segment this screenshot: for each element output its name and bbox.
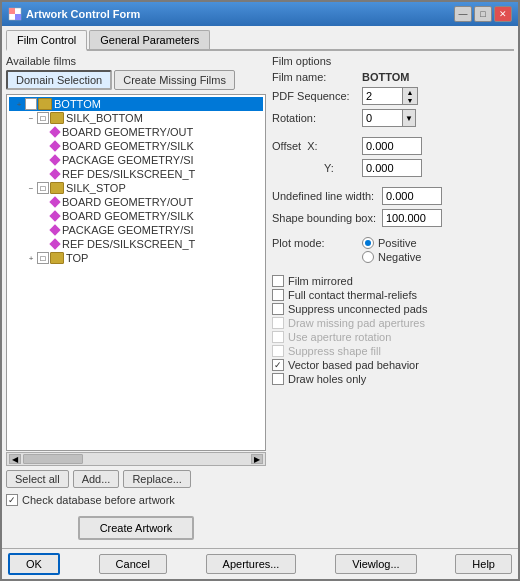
horizontal-scrollbar[interactable]: ◀ ▶ [6,452,266,466]
scroll-left-btn[interactable]: ◀ [9,454,21,464]
offset-x-row: Offset X: [272,137,514,155]
tree-item-bottom[interactable]: + BOTTOM [9,97,263,111]
tree-label-top: TOP [66,252,88,264]
draw-holes-checkbox[interactable] [272,373,284,385]
pdf-sequence-down[interactable]: ▼ [403,96,417,104]
tree-item-board-geo-silk2[interactable]: BOARD GEOMETRY/SILK [9,209,263,223]
title-bar: Artwork Control Form — □ ✕ [2,2,518,26]
tree-label-ref-des2: REF DES/SILKSCREEN_T [62,238,195,250]
tree-view[interactable]: + BOTTOM − □ SILK_BOTTOM [6,94,266,451]
select-all-button[interactable]: Select all [6,470,69,488]
tree-item-pkg-geo1[interactable]: PACKAGE GEOMETRY/SI [9,153,263,167]
right-panel: Film options Film name: BOTTOM PDF Seque… [272,55,514,540]
tree-item-board-geo-out1[interactable]: BOARD GEOMETRY/OUT [9,125,263,139]
undefined-line-input[interactable] [382,187,442,205]
folder-icon-silk-bottom [50,112,64,124]
tree-label-silk-stop: SILK_STOP [66,182,126,194]
use-aperture-label: Use aperture rotation [288,331,391,343]
maximize-button[interactable]: □ [474,6,492,22]
use-aperture-row: Use aperture rotation [272,331,514,343]
replace-button[interactable]: Replace... [123,470,191,488]
rotation-dropdown-btn[interactable]: ▼ [402,109,416,127]
tree-item-board-geo-out2[interactable]: BOARD GEOMETRY/OUT [9,195,263,209]
checkbox-bottom [25,98,37,110]
diamond-icon4 [49,168,60,179]
pdf-sequence-spinner[interactable]: ▲ ▼ [362,87,418,105]
full-contact-checkbox[interactable] [272,289,284,301]
add-button[interactable]: Add... [73,470,120,488]
tree-label-pkg-geo2: PACKAGE GEOMETRY/SI [62,224,194,236]
tree-item-silk-bottom[interactable]: − □ SILK_BOTTOM [9,111,263,125]
check-database-label: Check database before artwork [22,494,175,506]
shape-bounding-row: Shape bounding box: [272,209,514,227]
offset-label: Offset X: [272,140,362,152]
tab-general-parameters[interactable]: General Parameters [89,30,210,49]
scrollbar-thumb[interactable] [23,454,83,464]
tree-item-silk-stop[interactable]: − □ SILK_STOP [9,181,263,195]
plot-negative-radio[interactable] [362,251,374,263]
scroll-right-btn[interactable]: ▶ [251,454,263,464]
tree-label-silk-bottom: SILK_BOTTOM [66,112,143,124]
draw-missing-checkbox [272,317,284,329]
svg-rect-1 [9,8,15,14]
help-button[interactable]: Help [455,554,512,574]
domain-selection-button[interactable]: Domain Selection [6,70,112,90]
vector-based-checkbox[interactable]: ✓ [272,359,284,371]
draw-holes-row: Draw holes only [272,373,514,385]
viewlog-button[interactable]: Viewlog... [335,554,417,574]
diamond-icon1 [49,126,60,137]
cancel-button[interactable]: Cancel [99,554,167,574]
tree-label-board-silk1: BOARD GEOMETRY/SILK [62,140,194,152]
checkbox-silk-bottom: □ [37,112,49,124]
close-button[interactable]: ✕ [494,6,512,22]
rotation-input[interactable] [362,109,402,127]
full-contact-row: Full contact thermal-reliefs [272,289,514,301]
rotation-row: Rotation: ▼ [272,109,514,127]
pdf-sequence-input[interactable] [362,87,402,105]
available-films-label: Available films [6,55,266,67]
expand-icon: + [13,98,25,110]
minimize-button[interactable]: — [454,6,472,22]
plot-mode-options: Positive Negative [362,237,421,265]
diamond-icon6 [49,210,60,221]
undefined-line-label: Undefined line width: [272,190,382,202]
tree-label-ref-des1: REF DES/SILKSCREEN_T [62,168,195,180]
tree-item-ref-des1[interactable]: REF DES/SILKSCREEN_T [9,167,263,181]
folder-icon-silk-stop [50,182,64,194]
checkbox-top: □ [37,252,49,264]
bottom-bar: OK Cancel Apertures... Viewlog... Help [2,548,518,579]
diamond-icon8 [49,238,60,249]
plot-positive-radio[interactable] [362,237,374,249]
tree-label-bottom: BOTTOM [54,98,101,110]
offset-y-input[interactable] [362,159,422,177]
plot-mode-row: Plot mode: Positive Negative [272,237,514,265]
pdf-sequence-up[interactable]: ▲ [403,88,417,96]
spacer2 [37,140,49,152]
shape-bounding-input[interactable] [382,209,442,227]
ok-button[interactable]: OK [8,553,60,575]
expand-icon-top: + [25,252,37,264]
tab-film-control[interactable]: Film Control [6,30,87,51]
spacer8 [37,238,49,250]
film-mirrored-checkbox[interactable] [272,275,284,287]
tree-item-board-geo-silk1[interactable]: BOARD GEOMETRY/SILK [9,139,263,153]
pdf-sequence-row: PDF Sequence: ▲ ▼ [272,87,514,105]
suppress-unconnected-checkbox[interactable] [272,303,284,315]
create-missing-films-button[interactable]: Create Missing Films [114,70,235,90]
suppress-shape-row: Suppress shape fill [272,345,514,357]
tree-item-ref-des2[interactable]: REF DES/SILKSCREEN_T [9,237,263,251]
tree-item-pkg-geo2[interactable]: PACKAGE GEOMETRY/SI [9,223,263,237]
checkbox-silk-stop: □ [37,182,49,194]
plot-negative-row: Negative [362,251,421,263]
film-mirrored-row: Film mirrored [272,275,514,287]
rotation-dropdown[interactable]: ▼ [362,109,416,127]
tree-item-top[interactable]: + □ TOP [9,251,263,265]
check-database-checkbox[interactable]: ✓ [6,494,18,506]
create-artwork-button[interactable]: Create Artwork [78,516,195,540]
film-name-value: BOTTOM [362,71,409,83]
undefined-line-row: Undefined line width: [272,187,514,205]
left-panel: Available films Domain Selection Create … [6,55,266,540]
apertures-button[interactable]: Apertures... [206,554,297,574]
offset-x-input[interactable] [362,137,422,155]
plot-positive-row: Positive [362,237,421,249]
